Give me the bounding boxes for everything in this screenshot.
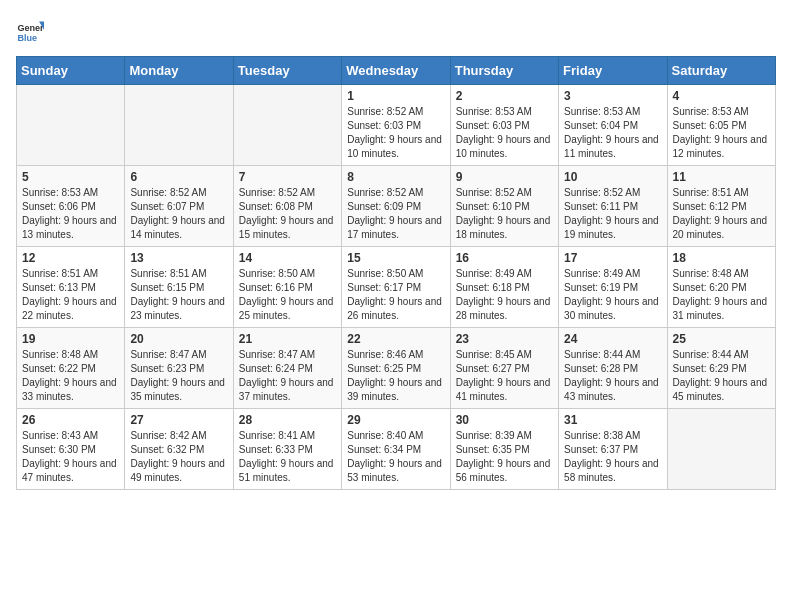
day-header-sunday: Sunday <box>17 57 125 85</box>
day-info: Sunrise: 8:44 AM Sunset: 6:29 PM Dayligh… <box>673 348 770 404</box>
svg-text:Blue: Blue <box>17 33 37 43</box>
calendar-cell: 5Sunrise: 8:53 AM Sunset: 6:06 PM Daylig… <box>17 166 125 247</box>
day-info: Sunrise: 8:49 AM Sunset: 6:19 PM Dayligh… <box>564 267 661 323</box>
calendar-cell: 25Sunrise: 8:44 AM Sunset: 6:29 PM Dayli… <box>667 328 775 409</box>
calendar-cell: 31Sunrise: 8:38 AM Sunset: 6:37 PM Dayli… <box>559 409 667 490</box>
day-info: Sunrise: 8:51 AM Sunset: 6:15 PM Dayligh… <box>130 267 227 323</box>
day-info: Sunrise: 8:53 AM Sunset: 6:06 PM Dayligh… <box>22 186 119 242</box>
calendar-cell: 3Sunrise: 8:53 AM Sunset: 6:04 PM Daylig… <box>559 85 667 166</box>
calendar-cell <box>233 85 341 166</box>
day-header-monday: Monday <box>125 57 233 85</box>
day-number: 2 <box>456 89 553 103</box>
calendar-cell: 29Sunrise: 8:40 AM Sunset: 6:34 PM Dayli… <box>342 409 450 490</box>
calendar-cell: 16Sunrise: 8:49 AM Sunset: 6:18 PM Dayli… <box>450 247 558 328</box>
day-number: 29 <box>347 413 444 427</box>
day-info: Sunrise: 8:52 AM Sunset: 6:03 PM Dayligh… <box>347 105 444 161</box>
calendar-cell: 13Sunrise: 8:51 AM Sunset: 6:15 PM Dayli… <box>125 247 233 328</box>
day-info: Sunrise: 8:51 AM Sunset: 6:13 PM Dayligh… <box>22 267 119 323</box>
calendar-cell: 20Sunrise: 8:47 AM Sunset: 6:23 PM Dayli… <box>125 328 233 409</box>
calendar-cell: 9Sunrise: 8:52 AM Sunset: 6:10 PM Daylig… <box>450 166 558 247</box>
day-info: Sunrise: 8:46 AM Sunset: 6:25 PM Dayligh… <box>347 348 444 404</box>
day-number: 3 <box>564 89 661 103</box>
calendar-cell: 17Sunrise: 8:49 AM Sunset: 6:19 PM Dayli… <box>559 247 667 328</box>
day-header-thursday: Thursday <box>450 57 558 85</box>
day-number: 1 <box>347 89 444 103</box>
day-number: 30 <box>456 413 553 427</box>
day-header-tuesday: Tuesday <box>233 57 341 85</box>
day-info: Sunrise: 8:47 AM Sunset: 6:24 PM Dayligh… <box>239 348 336 404</box>
day-number: 16 <box>456 251 553 265</box>
day-number: 17 <box>564 251 661 265</box>
day-number: 27 <box>130 413 227 427</box>
calendar-cell: 23Sunrise: 8:45 AM Sunset: 6:27 PM Dayli… <box>450 328 558 409</box>
day-info: Sunrise: 8:52 AM Sunset: 6:08 PM Dayligh… <box>239 186 336 242</box>
day-number: 25 <box>673 332 770 346</box>
day-number: 11 <box>673 170 770 184</box>
calendar-cell: 28Sunrise: 8:41 AM Sunset: 6:33 PM Dayli… <box>233 409 341 490</box>
calendar-cell: 8Sunrise: 8:52 AM Sunset: 6:09 PM Daylig… <box>342 166 450 247</box>
day-number: 24 <box>564 332 661 346</box>
calendar-cell: 18Sunrise: 8:48 AM Sunset: 6:20 PM Dayli… <box>667 247 775 328</box>
day-info: Sunrise: 8:49 AM Sunset: 6:18 PM Dayligh… <box>456 267 553 323</box>
calendar-cell: 24Sunrise: 8:44 AM Sunset: 6:28 PM Dayli… <box>559 328 667 409</box>
day-number: 31 <box>564 413 661 427</box>
day-info: Sunrise: 8:41 AM Sunset: 6:33 PM Dayligh… <box>239 429 336 485</box>
day-info: Sunrise: 8:40 AM Sunset: 6:34 PM Dayligh… <box>347 429 444 485</box>
calendar-cell: 10Sunrise: 8:52 AM Sunset: 6:11 PM Dayli… <box>559 166 667 247</box>
day-info: Sunrise: 8:48 AM Sunset: 6:22 PM Dayligh… <box>22 348 119 404</box>
day-number: 21 <box>239 332 336 346</box>
calendar-cell: 1Sunrise: 8:52 AM Sunset: 6:03 PM Daylig… <box>342 85 450 166</box>
day-number: 19 <box>22 332 119 346</box>
calendar-cell: 22Sunrise: 8:46 AM Sunset: 6:25 PM Dayli… <box>342 328 450 409</box>
day-number: 22 <box>347 332 444 346</box>
calendar-cell: 19Sunrise: 8:48 AM Sunset: 6:22 PM Dayli… <box>17 328 125 409</box>
day-number: 12 <box>22 251 119 265</box>
logo: General Blue <box>16 16 44 44</box>
day-number: 23 <box>456 332 553 346</box>
day-number: 15 <box>347 251 444 265</box>
day-info: Sunrise: 8:53 AM Sunset: 6:05 PM Dayligh… <box>673 105 770 161</box>
calendar-cell: 4Sunrise: 8:53 AM Sunset: 6:05 PM Daylig… <box>667 85 775 166</box>
day-number: 14 <box>239 251 336 265</box>
day-number: 26 <box>22 413 119 427</box>
day-info: Sunrise: 8:38 AM Sunset: 6:37 PM Dayligh… <box>564 429 661 485</box>
day-number: 8 <box>347 170 444 184</box>
day-info: Sunrise: 8:45 AM Sunset: 6:27 PM Dayligh… <box>456 348 553 404</box>
day-number: 20 <box>130 332 227 346</box>
day-info: Sunrise: 8:50 AM Sunset: 6:16 PM Dayligh… <box>239 267 336 323</box>
day-number: 18 <box>673 251 770 265</box>
day-info: Sunrise: 8:50 AM Sunset: 6:17 PM Dayligh… <box>347 267 444 323</box>
day-number: 7 <box>239 170 336 184</box>
calendar-cell <box>17 85 125 166</box>
day-info: Sunrise: 8:48 AM Sunset: 6:20 PM Dayligh… <box>673 267 770 323</box>
calendar-cell <box>125 85 233 166</box>
calendar-cell: 26Sunrise: 8:43 AM Sunset: 6:30 PM Dayli… <box>17 409 125 490</box>
logo-icon: General Blue <box>16 16 44 44</box>
day-number: 10 <box>564 170 661 184</box>
day-info: Sunrise: 8:52 AM Sunset: 6:09 PM Dayligh… <box>347 186 444 242</box>
day-info: Sunrise: 8:39 AM Sunset: 6:35 PM Dayligh… <box>456 429 553 485</box>
calendar-cell: 7Sunrise: 8:52 AM Sunset: 6:08 PM Daylig… <box>233 166 341 247</box>
day-info: Sunrise: 8:47 AM Sunset: 6:23 PM Dayligh… <box>130 348 227 404</box>
calendar: SundayMondayTuesdayWednesdayThursdayFrid… <box>16 56 776 490</box>
calendar-cell: 6Sunrise: 8:52 AM Sunset: 6:07 PM Daylig… <box>125 166 233 247</box>
day-number: 5 <box>22 170 119 184</box>
day-header-wednesday: Wednesday <box>342 57 450 85</box>
header: General Blue <box>16 16 776 44</box>
day-header-saturday: Saturday <box>667 57 775 85</box>
day-info: Sunrise: 8:53 AM Sunset: 6:04 PM Dayligh… <box>564 105 661 161</box>
calendar-cell: 15Sunrise: 8:50 AM Sunset: 6:17 PM Dayli… <box>342 247 450 328</box>
calendar-cell: 21Sunrise: 8:47 AM Sunset: 6:24 PM Dayli… <box>233 328 341 409</box>
calendar-cell <box>667 409 775 490</box>
day-header-friday: Friday <box>559 57 667 85</box>
day-info: Sunrise: 8:52 AM Sunset: 6:07 PM Dayligh… <box>130 186 227 242</box>
day-number: 13 <box>130 251 227 265</box>
calendar-cell: 14Sunrise: 8:50 AM Sunset: 6:16 PM Dayli… <box>233 247 341 328</box>
day-info: Sunrise: 8:52 AM Sunset: 6:11 PM Dayligh… <box>564 186 661 242</box>
day-info: Sunrise: 8:42 AM Sunset: 6:32 PM Dayligh… <box>130 429 227 485</box>
day-info: Sunrise: 8:51 AM Sunset: 6:12 PM Dayligh… <box>673 186 770 242</box>
day-number: 6 <box>130 170 227 184</box>
calendar-cell: 12Sunrise: 8:51 AM Sunset: 6:13 PM Dayli… <box>17 247 125 328</box>
day-info: Sunrise: 8:43 AM Sunset: 6:30 PM Dayligh… <box>22 429 119 485</box>
day-number: 28 <box>239 413 336 427</box>
